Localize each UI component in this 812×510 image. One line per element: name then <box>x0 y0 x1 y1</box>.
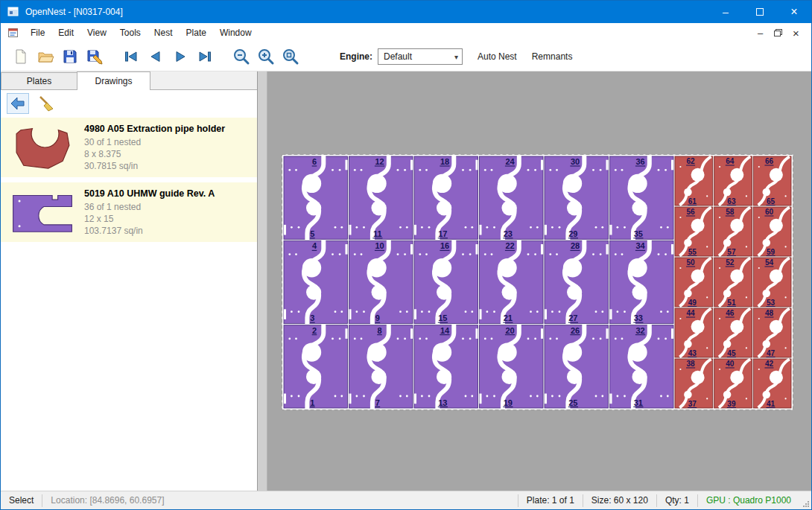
last-plate-button[interactable] <box>192 45 217 68</box>
part-thumbnail-red <box>8 122 77 173</box>
status-mode: Select <box>1 495 42 506</box>
svg-text:63: 63 <box>727 197 736 205</box>
svg-text:45: 45 <box>727 349 736 357</box>
drawing-size: 8 x 8.375 <box>84 148 225 160</box>
svg-text:1: 1 <box>310 398 314 407</box>
menu-edit[interactable]: Edit <box>51 24 80 42</box>
back-arrow-icon <box>9 95 27 112</box>
previous-arrow-icon <box>147 48 165 66</box>
svg-text:39: 39 <box>727 400 736 408</box>
close-button[interactable]: × <box>777 1 811 23</box>
panel-splitter[interactable] <box>258 71 267 491</box>
new-button[interactable] <box>8 45 33 68</box>
status-plate: Plate: 1 of 1 <box>518 495 583 506</box>
save-as-icon <box>86 48 104 66</box>
menu-nest[interactable]: Nest <box>148 24 180 42</box>
svg-text:36: 36 <box>635 157 644 166</box>
svg-text:14: 14 <box>440 326 450 335</box>
svg-text:31: 31 <box>634 398 643 407</box>
auto-nest-button[interactable]: Auto Nest <box>478 51 517 62</box>
menu-window[interactable]: Window <box>213 24 258 42</box>
panel-tabs: Plates Drawings <box>1 71 257 90</box>
previous-plate-button[interactable] <box>143 45 168 68</box>
svg-text:44: 44 <box>687 309 696 317</box>
tab-drawings[interactable]: Drawings <box>77 71 150 90</box>
svg-text:17: 17 <box>438 229 447 238</box>
svg-text:58: 58 <box>726 208 735 216</box>
nest-canvas[interactable]: 6512111817242330293635431091615222128273… <box>267 71 811 491</box>
svg-text:26: 26 <box>571 326 580 335</box>
zoom-in-button[interactable] <box>253 45 278 68</box>
menu-view[interactable]: View <box>80 24 113 42</box>
drawing-nested-count: 36 of 1 nested <box>84 201 215 213</box>
statusbar: Select Location: [84.8696, 60.6957] Plat… <box>1 491 811 509</box>
drawing-list: 4980 A05 Extraction pipe holder 30 of 1 … <box>1 117 257 491</box>
menubar: File Edit View Tools Nest Plate Window –… <box>1 23 811 42</box>
zoom-out-icon <box>232 47 251 66</box>
drawing-item-uhmw-guide[interactable]: 5019 A10 UHMW guide Rev. A 36 of 1 neste… <box>1 182 257 242</box>
status-gpu: GPU : Quadro P1000 <box>698 495 799 506</box>
last-arrow-icon <box>196 48 214 66</box>
mdi-close-button[interactable]: × <box>788 26 804 40</box>
engine-label: Engine: <box>340 51 372 62</box>
minimize-button[interactable]: – <box>708 1 743 23</box>
svg-text:40: 40 <box>726 360 735 368</box>
svg-text:37: 37 <box>688 400 697 408</box>
svg-text:41: 41 <box>767 400 775 408</box>
zoom-fit-button[interactable] <box>278 45 302 68</box>
restore-icon <box>774 29 782 36</box>
drawing-area: 103.7137 sq/in <box>84 225 215 237</box>
first-plate-button[interactable] <box>118 45 143 68</box>
save-as-button[interactable] <box>82 45 107 68</box>
svg-text:57: 57 <box>727 248 736 256</box>
clear-button[interactable] <box>35 93 57 114</box>
svg-text:11: 11 <box>373 229 382 238</box>
engine-select[interactable]: Default ▾ <box>378 48 463 65</box>
remnants-button[interactable]: Remnants <box>532 51 573 62</box>
mdi-restore-button[interactable] <box>770 26 786 40</box>
tab-plates[interactable]: Plates <box>1 72 77 89</box>
return-part-button[interactable] <box>7 93 29 114</box>
svg-text:51: 51 <box>727 299 736 307</box>
svg-text:48: 48 <box>765 309 774 317</box>
svg-text:10: 10 <box>375 241 384 250</box>
toolbar: Engine: Default ▾ Auto Nest Remnants <box>1 42 811 71</box>
menu-file[interactable]: File <box>24 24 51 42</box>
svg-text:47: 47 <box>767 349 775 357</box>
status-qty: Qty: 1 <box>657 495 697 506</box>
chevron-down-icon: ▾ <box>454 53 458 61</box>
status-size: Size: 60 x 120 <box>583 495 656 506</box>
svg-text:3: 3 <box>310 313 314 322</box>
drawing-title: 4980 A05 Extraction pipe holder <box>84 124 225 134</box>
new-document-icon <box>12 48 30 66</box>
svg-text:50: 50 <box>687 258 696 267</box>
maximize-button[interactable] <box>743 1 777 23</box>
svg-text:33: 33 <box>634 313 643 322</box>
menu-plate[interactable]: Plate <box>180 24 213 42</box>
svg-text:56: 56 <box>687 208 696 216</box>
nest-plate[interactable]: 6512111817242330293635431091615222128273… <box>282 154 793 410</box>
zoom-out-button[interactable] <box>229 45 253 68</box>
svg-text:66: 66 <box>765 157 774 165</box>
svg-text:13: 13 <box>438 398 447 407</box>
menu-tools[interactable]: Tools <box>113 24 148 42</box>
window-title: OpenNest - [N0317-004] <box>25 7 123 17</box>
next-plate-button[interactable] <box>168 45 192 68</box>
svg-text:23: 23 <box>504 229 513 238</box>
save-button[interactable] <box>57 45 82 68</box>
svg-text:6: 6 <box>312 157 317 166</box>
first-arrow-icon <box>122 48 140 66</box>
svg-text:18: 18 <box>440 157 449 166</box>
mdi-minimize-button[interactable]: – <box>752 26 768 40</box>
svg-text:24: 24 <box>505 157 515 166</box>
drawing-item-extraction-pipe-holder[interactable]: 4980 A05 Extraction pipe holder 30 of 1 … <box>1 118 257 177</box>
svg-text:60: 60 <box>765 208 774 216</box>
resize-grip[interactable] <box>799 491 811 509</box>
left-panel: Plates Drawings <box>1 71 258 491</box>
svg-text:55: 55 <box>688 248 697 256</box>
svg-text:32: 32 <box>635 326 644 335</box>
open-button[interactable] <box>33 45 57 68</box>
titlebar: OpenNest - [N0317-004] – × <box>1 1 811 23</box>
svg-text:20: 20 <box>505 326 514 335</box>
svg-text:64: 64 <box>726 157 735 165</box>
